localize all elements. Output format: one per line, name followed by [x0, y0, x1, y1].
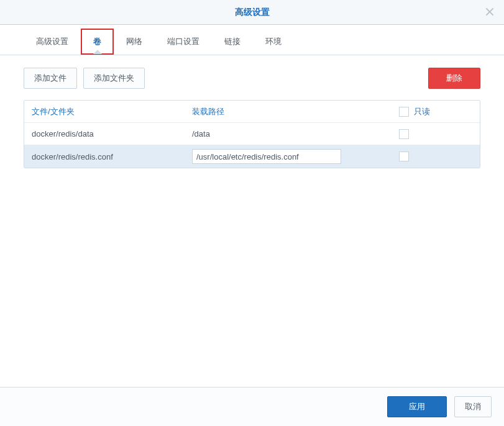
cell-readonly [399, 129, 480, 139]
header-readonly-label: 只读 [414, 106, 430, 117]
dialog-title: 高级设置 [235, 7, 270, 18]
cell-file-folder: docker/redis/data [24, 129, 186, 138]
tab-1[interactable]: 卷 [81, 29, 114, 55]
readonly-checkbox[interactable] [399, 152, 409, 161]
volume-table: 文件/文件夹 装载路径 只读 docker/redis/data/datadoc… [24, 100, 480, 168]
cancel-button[interactable]: 取消 [454, 396, 492, 417]
header-mount-path[interactable]: 装载路径 [186, 106, 399, 117]
header-readonly[interactable]: 只读 [399, 106, 480, 117]
dialog-body: 添加文件 添加文件夹 删除 文件/文件夹 装载路径 只读 docker/redi… [0, 55, 504, 387]
cell-file-folder: docker/redis/redis.conf [24, 152, 186, 161]
mount-path-input[interactable] [192, 149, 341, 164]
tab-indicator-icon [94, 50, 101, 54]
apply-button[interactable]: 应用 [387, 396, 447, 417]
add-file-button[interactable]: 添加文件 [24, 68, 77, 89]
close-icon[interactable] [484, 6, 495, 17]
cell-mount-path: /data [186, 129, 399, 138]
tab-3[interactable]: 端口设置 [155, 29, 212, 55]
tab-0[interactable]: 高级设置 [24, 29, 81, 55]
readonly-header-checkbox[interactable] [399, 107, 409, 117]
dialog-footer: 应用 取消 [0, 387, 504, 426]
add-folder-button[interactable]: 添加文件夹 [83, 68, 145, 89]
delete-button[interactable]: 删除 [428, 68, 480, 89]
toolbar: 添加文件 添加文件夹 删除 [24, 68, 480, 89]
tabs-bar: 高级设置卷网络端口设置链接环境 [0, 25, 504, 55]
cell-mount-path [186, 149, 399, 164]
cell-readonly [399, 152, 480, 161]
tab-5[interactable]: 环境 [253, 29, 294, 55]
tab-2[interactable]: 网络 [114, 29, 155, 55]
readonly-checkbox[interactable] [399, 129, 409, 139]
tab-4[interactable]: 链接 [212, 29, 253, 55]
table-row[interactable]: docker/redis/redis.conf [24, 145, 480, 168]
dialog-header: 高级设置 [0, 0, 504, 25]
table-header-row: 文件/文件夹 装载路径 只读 [24, 101, 480, 123]
header-file-folder[interactable]: 文件/文件夹 [24, 106, 186, 117]
table-row[interactable]: docker/redis/data/data [24, 123, 480, 145]
